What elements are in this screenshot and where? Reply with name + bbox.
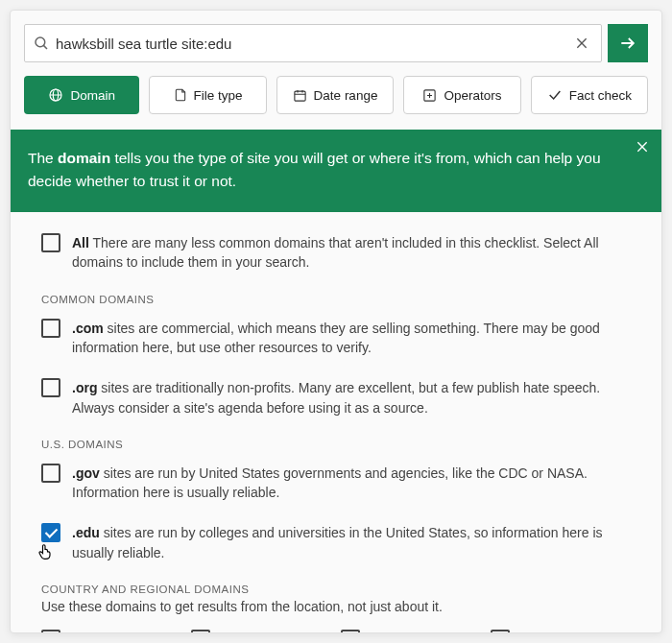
option-text: .org sites are traditionally non-profits… <box>72 378 631 417</box>
search-row <box>24 24 648 62</box>
tab-label: Operators <box>444 88 501 103</box>
clear-icon[interactable] <box>570 32 593 55</box>
section-us-domains: U.S. Domains <box>41 439 631 450</box>
option-text: All There are many less common domains t… <box>72 233 631 273</box>
checkbox-gov[interactable] <box>41 464 60 483</box>
checkbox-australia[interactable] <box>341 630 360 633</box>
option-gov: .gov sites are run by United States gove… <box>41 464 631 503</box>
country-label: Antarctica <box>70 631 130 633</box>
close-banner-button[interactable] <box>635 139 650 155</box>
option-text: .com sites are commercial, which means t… <box>72 319 631 358</box>
search-coach-window: Domain File type Date range Operators Fa… <box>10 10 662 633</box>
banner-text: The domain tells you the type of site yo… <box>28 150 601 189</box>
option-australia: Australia <box>341 630 481 633</box>
option-all: All There are many less common domains t… <box>41 233 631 273</box>
section-country-domains: Country and Regional Domains <box>41 583 631 595</box>
option-text: .gov sites are run by United States gove… <box>72 464 631 503</box>
search-input[interactable] <box>50 36 570 52</box>
tab-label: File type <box>194 88 243 103</box>
section-common-domains: Common Domains <box>41 294 631 305</box>
cursor-hand-icon <box>36 540 55 561</box>
option-antarctica: Antarctica <box>41 630 181 633</box>
tab-domain[interactable]: Domain <box>24 76 139 114</box>
tab-factcheck[interactable]: Fact check <box>531 76 648 114</box>
plus-box-icon <box>422 88 437 103</box>
checkbox-argentina[interactable] <box>191 630 210 633</box>
option-austria: Austria <box>491 630 631 633</box>
country-label: Austria <box>519 631 562 633</box>
info-banner: The domain tells you the type of site yo… <box>11 130 661 212</box>
country-row: Antarctica Argentina Australia Austria <box>41 630 631 633</box>
option-argentina: Argentina <box>191 630 331 633</box>
tab-filetype[interactable]: File type <box>149 76 266 114</box>
country-label: Argentina <box>220 631 277 633</box>
check-icon <box>547 87 563 103</box>
svg-rect-8 <box>294 91 304 101</box>
option-text: .edu sites are run by colleges and unive… <box>72 523 631 562</box>
checkbox-edu[interactable] <box>41 523 60 542</box>
option-com: .com sites are commercial, which means t… <box>41 319 631 358</box>
svg-line-1 <box>43 45 47 49</box>
checkbox-org[interactable] <box>41 378 60 397</box>
tab-daterange[interactable]: Date range <box>276 76 394 114</box>
tab-label: Date range <box>314 88 378 103</box>
file-icon <box>174 87 187 103</box>
tab-label: Fact check <box>569 88 632 103</box>
search-box[interactable] <box>24 24 602 62</box>
calendar-icon <box>293 88 307 103</box>
filter-tabs: Domain File type Date range Operators Fa… <box>24 76 648 114</box>
option-org: .org sites are traditionally non-profits… <box>41 378 631 417</box>
svg-point-0 <box>36 37 45 47</box>
option-edu: .edu sites are run by colleges and unive… <box>41 523 631 562</box>
checkbox-austria[interactable] <box>491 630 510 633</box>
checkbox-antarctica[interactable] <box>41 630 60 633</box>
search-submit-button[interactable] <box>608 24 648 62</box>
country-label: Australia <box>370 631 421 633</box>
tab-operators[interactable]: Operators <box>403 76 520 114</box>
checkbox-com[interactable] <box>41 319 60 338</box>
search-icon <box>33 35 50 52</box>
checkbox-all[interactable] <box>41 233 60 252</box>
section-country-sub: Use these domains to get results from th… <box>41 599 631 614</box>
tab-label: Domain <box>70 88 115 103</box>
globe-icon <box>48 87 63 103</box>
domain-options: All There are many less common domains t… <box>24 212 648 633</box>
